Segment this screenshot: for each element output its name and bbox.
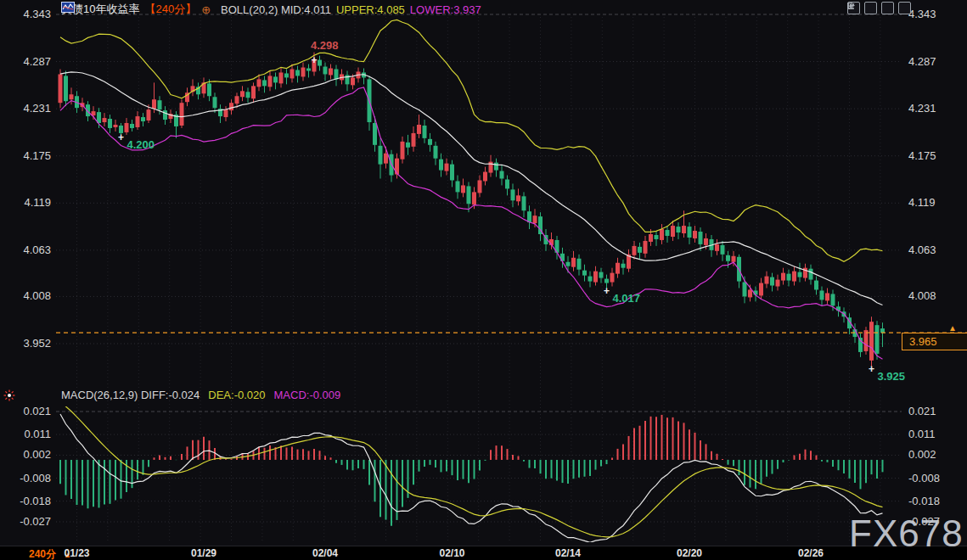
x-axis-date: 02/14: [544, 547, 592, 559]
y-axis-label: 4.175: [908, 149, 936, 162]
x-axis-date: 02/04: [301, 547, 349, 559]
axis-scale-icon[interactable]: [864, 2, 877, 14]
y-axis-label: 4.175: [3, 149, 51, 162]
price-up-arrow-icon: ▲: [948, 323, 957, 333]
x-axis-date: 02/10: [429, 547, 476, 559]
low-marker-cross: +: [868, 365, 876, 373]
macd-macd-label: MACD:-0.009: [274, 389, 341, 401]
y-axis-label: 4.231: [908, 102, 936, 115]
macd-legend: MACD(26,12,9) DIFF:-0.024 DEA:-0.020 MAC…: [61, 389, 340, 401]
y-axis-label: 4.008: [3, 289, 51, 302]
macd-params-label: MACD(26,12,9) DIFF:-0.024: [61, 389, 200, 401]
y-axis-label: 4.008: [908, 289, 936, 302]
add-indicator-icon[interactable]: ⊕: [201, 3, 211, 16]
macd-y-axis-label: -0.008: [908, 472, 940, 484]
y-axis-label: 4.063: [908, 244, 936, 256]
high-marker-cross: +: [310, 56, 318, 64]
y-axis-label: 4.231: [3, 102, 51, 115]
macd-y-axis-label: -0.018: [908, 495, 940, 507]
boll-mid-label: BOLL(20,2) MID:4.011: [221, 3, 331, 16]
y-axis-label: 4.119: [3, 196, 51, 209]
chart-canvas[interactable]: [0, 0, 967, 560]
macd-dea-label: DEA:-0.020: [208, 389, 265, 401]
macd-y-axis-label: 0.021: [908, 405, 936, 417]
price-annotation: 3.925: [878, 370, 906, 383]
y-axis-label: 4.119: [908, 196, 936, 209]
macd-y-axis-label: -0.027: [908, 515, 940, 528]
x-axis-date: 01/23: [53, 547, 101, 559]
y-axis-label: 4.287: [908, 55, 936, 68]
y-axis-label: 4.343: [3, 8, 51, 20]
y-axis-label: 3.952: [3, 337, 51, 350]
current-price-badge: 3.965: [902, 333, 967, 350]
macd-y-axis-label: 0.011: [3, 428, 51, 440]
chart-toolbar: [847, 2, 911, 14]
y-axis-label: 4.343: [908, 8, 936, 20]
low-marker-cross: +: [603, 287, 611, 295]
price-annotation: 4.017: [613, 292, 641, 305]
macd-y-axis-label: -0.008: [3, 472, 51, 484]
playback-icon[interactable]: [881, 2, 894, 14]
snapshot-icon[interactable]: [898, 2, 911, 14]
x-axis-date: 01/29: [180, 547, 228, 559]
main-chart-legend: 美债10年收益率 【240分】 ⊕ BOLL(20,2) MID:4.011 U…: [61, 2, 481, 17]
x-axis-date: 02/20: [666, 547, 713, 559]
macd-y-axis-label: -0.027: [3, 515, 51, 528]
macd-y-axis-label: 0.002: [3, 448, 51, 461]
x-axis-date: 02/26: [787, 547, 835, 559]
macd-y-axis-label: 0.011: [908, 428, 936, 440]
boll-lower-label: LOWER:3.937: [410, 3, 481, 16]
boll-upper-label: UPPER:4.085: [336, 3, 405, 16]
macd-y-axis-label: 0.021: [3, 405, 51, 417]
macd-y-axis-label: 0.002: [908, 448, 936, 461]
macd-y-axis-label: -0.018: [3, 495, 51, 507]
chart-window: 美债10年收益率 【240分】 ⊕ BOLL(20,2) MID:4.011 U…: [0, 0, 967, 560]
period-tag: 【240分】: [144, 2, 196, 17]
price-annotation: 4.200: [127, 138, 155, 151]
price-annotation: 4.298: [311, 39, 339, 52]
y-axis-label: 4.287: [3, 55, 51, 68]
y-axis-label: 4.063: [3, 244, 51, 256]
low-marker-cross: +: [117, 133, 126, 142]
period-selector-label: 240分: [29, 547, 56, 560]
